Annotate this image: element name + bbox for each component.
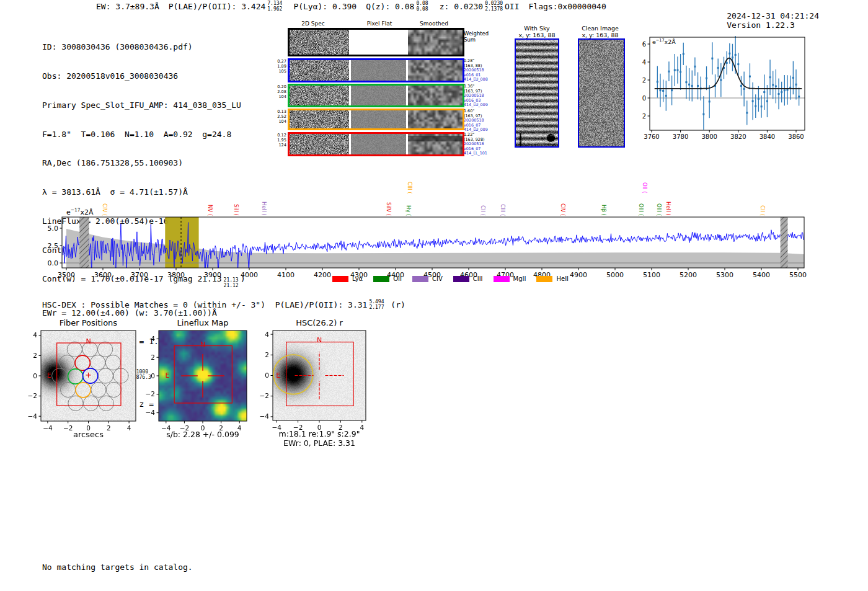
fiber-circle [60, 355, 74, 370]
data-point [688, 84, 690, 86]
hsc-title: HSC(26.2) r [273, 318, 366, 327]
x-tick-label: 3760 [644, 133, 659, 140]
x-tick-label: 5000 [606, 271, 624, 279]
y-tick-label: 2 [265, 351, 269, 358]
legend-swatch [494, 276, 510, 282]
fiber-circle [97, 342, 112, 357]
header-z: z: 0.0230 [440, 2, 483, 11]
spec2d-right-value: 414_LL_101 [464, 151, 502, 156]
data-point [676, 69, 678, 71]
header-z-suffix: OII [505, 2, 519, 11]
fiber-circle [83, 396, 98, 411]
north-label: N [86, 337, 91, 345]
data-point [740, 85, 742, 87]
y-tick-label: 2.5 [48, 242, 59, 250]
spec2d-row-4 [288, 132, 464, 156]
y-tick-label: 4 [265, 331, 269, 338]
spec2d-header-pixelflat: Pixel Flat [360, 20, 399, 27]
y-tick-label: 4 [33, 331, 37, 339]
data-point [728, 53, 730, 55]
spec2d-cell-white [351, 30, 406, 55]
line-fit-ylabel-suffix: x2Å [665, 38, 676, 45]
spec2d-cell-smooth [408, 86, 463, 105]
x-tick-label: 5500 [789, 271, 807, 279]
x-tick-label: 3780 [673, 133, 688, 140]
legend-label: HeII [556, 275, 569, 282]
spec2d-cell-smooth [408, 30, 463, 55]
header-qz: Q(z): 0.08 [366, 2, 414, 11]
data-point [706, 78, 707, 79]
y-tick-label: −2 [146, 390, 155, 398]
header-plae-lo: 1.962 [267, 7, 282, 12]
data-point [792, 77, 794, 79]
y-tick-label: 0 [33, 372, 37, 380]
data-point [781, 91, 782, 93]
data-point [798, 96, 800, 97]
hsc-xlabel: m:18.1 re:1.9" s:2.9" [264, 429, 375, 438]
hscdex-suffix: (r) [386, 300, 405, 309]
y-tick-label: 6 [642, 41, 646, 48]
y-tick-label: 5.0 [48, 224, 59, 233]
header-z-range: 0.02302.1378 [485, 1, 503, 12]
data-point [769, 76, 771, 78]
x-tick-label: 3840 [760, 133, 775, 140]
spec2d-row-1-right-labels: 0.28"(163, 88)20200518v016_01414_LU_008 [464, 59, 502, 82]
east-label: E [276, 371, 280, 380]
extraction-frame [286, 342, 353, 406]
clean-title: Clean Image x, y: 163, 88 [577, 25, 624, 38]
x-tick-label: 5400 [753, 271, 770, 279]
y-tick-label: 0 [151, 372, 155, 380]
hscdex-text: HSC-DEX : Possible Matches = 0 (within +… [42, 300, 367, 309]
withsky-image-box [515, 38, 559, 148]
legend-label: CIII [473, 275, 483, 282]
spec2d-row-3-right-labels: 1.60"(163, 97)20200518v016_07414_LU_009 [464, 109, 502, 133]
info-id: ID: 3008030436 (3008030436.pdf) [42, 42, 246, 52]
y-tick-label: 2 [642, 77, 646, 84]
spec2d-cell-smooth [408, 110, 463, 128]
spec2d-row-0 [288, 28, 464, 56]
withsky-title: With Sky x, y: 163, 88 [515, 25, 559, 38]
data-point [732, 56, 733, 58]
data-point [778, 93, 780, 95]
x-tick-label: 3900 [204, 271, 221, 279]
data-point [659, 89, 661, 91]
legend-item-HeII: HeII [536, 275, 569, 282]
data-point [749, 76, 751, 78]
elixer-report-page: EW: 3.7±89.3Å P(LAE)/P(OII): 3.424 7.134… [0, 0, 868, 591]
x-tick-label: 4200 [314, 271, 331, 279]
spec2d-row-3 [288, 109, 464, 130]
data-point [763, 91, 765, 93]
data-point [697, 85, 699, 87]
spec2d-cell-spec2d [290, 110, 349, 128]
spec2d-right-value: 414_LU_008 [464, 78, 502, 82]
data-point [752, 100, 754, 102]
full-spectrum-ylabel-suffix: x2Å [81, 208, 94, 216]
spec2d-cell-flat [351, 110, 406, 128]
fiber-circle [106, 382, 121, 397]
header-z-lo: 2.1378 [485, 7, 503, 12]
legend-swatch [536, 276, 552, 282]
x-tick-label: 4100 [277, 271, 294, 279]
full-spectrum-ylabel-exp: −17 [71, 207, 81, 213]
legend-swatch [373, 276, 389, 282]
fiber-positions-title: Fiber Positions [41, 318, 136, 327]
legend-swatch [453, 276, 469, 282]
header-qz-range: 0.080.08 [416, 1, 428, 12]
fiber-circle [91, 355, 105, 370]
east-label: E [47, 371, 51, 380]
y-tick-label: −4 [146, 409, 156, 416]
data-point [772, 84, 774, 86]
data-point [662, 90, 664, 92]
spec2d-cell-flat [351, 86, 406, 105]
y-tick-label: 0 [265, 371, 269, 379]
data-point [761, 105, 763, 107]
fiber-xlabel: arcsecs [41, 430, 136, 439]
spec2d-row-3-left-labels: 0.132.52104 [273, 110, 286, 124]
data-point [737, 63, 739, 65]
info-seeing: F=1.8" T=0.106 N=1.10 A=0.92 g=24.8 [42, 130, 246, 140]
legend-item-OII: OII [373, 275, 402, 282]
legend-item-CIV: CIV [412, 275, 443, 282]
spec2d-right-value: Sum [464, 37, 489, 43]
masked-band-hatch [781, 217, 788, 268]
spec2d-row-4-right-labels: 1.22"(163, 928)20200518v016_07414_LL_101 [464, 133, 502, 156]
